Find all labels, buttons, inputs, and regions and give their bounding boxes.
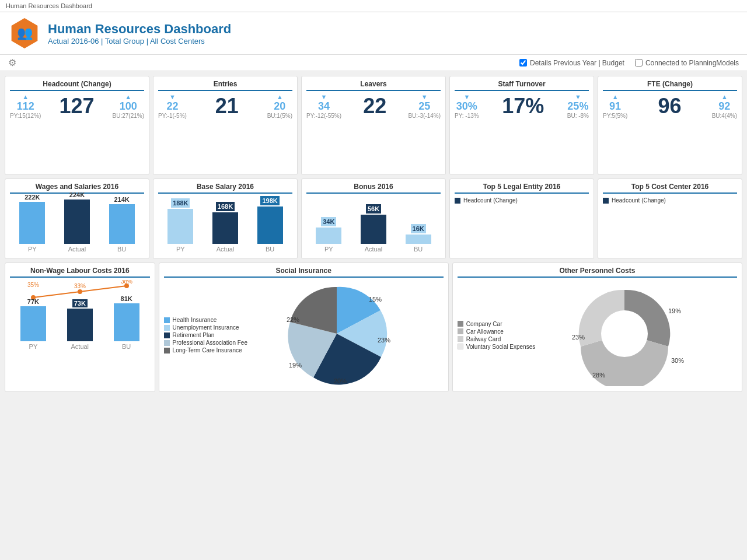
- non-wage-pct-py: 35%: [27, 282, 39, 288]
- fte-py-label: PY:5(5%): [603, 113, 627, 119]
- donut-railway-pct: 28%: [592, 372, 605, 379]
- bonus-py-label: PY: [324, 246, 333, 253]
- legend-professional-box: [164, 340, 170, 346]
- non-wage-point-actual: [78, 289, 82, 294]
- fte-bu-value: 92: [712, 100, 737, 113]
- wages-bu-val: 214K: [114, 196, 129, 203]
- non-wage-chart: 35% 33% 38% 77K PY 73K Actual: [10, 280, 150, 350]
- bonus-actual-label: Actual: [365, 246, 383, 253]
- turnover-py-value: 30%: [455, 100, 479, 113]
- bonus-bu-bar: [406, 235, 431, 244]
- nw-bu-val: 81K: [121, 295, 132, 302]
- fte-metric-row: ▲ 91 PY:5(5%) 96 ▲ 92 BU:4(4%): [603, 93, 737, 119]
- wages-actual-label: Actual: [68, 246, 86, 253]
- social-pie-svg: 15% 23% 20% 19% 22%: [278, 281, 395, 386]
- legend-company-car: Company Car: [458, 321, 551, 327]
- fte-bu-side: ▲ 92 BU:4(4%): [712, 93, 737, 119]
- base-py-col: 188K PY: [167, 198, 193, 253]
- legend-longterm-box: [164, 348, 170, 354]
- connected-label: Connected to PlanningModels: [645, 59, 739, 67]
- wages-py-col: 222K PY: [19, 194, 45, 253]
- donut-carallow-pct: 30%: [671, 357, 684, 364]
- base-actual-val: 168K: [216, 202, 235, 211]
- headcount-py-value: 112: [10, 100, 41, 113]
- legend-unemployment: Unemployment Insurance: [164, 324, 269, 331]
- details-checkbox[interactable]: [519, 59, 527, 66]
- nw-py-bar: [20, 306, 46, 341]
- leavers-bars: [306, 129, 441, 170]
- metric-row: Headcount (Change) ▲ 112 PY:15(12%) 127 …: [5, 76, 742, 175]
- entries-bars: [158, 129, 292, 170]
- base-actual-bar: [212, 212, 238, 244]
- leavers-chart: [306, 121, 441, 171]
- headcount-bu-arrow: ▲: [113, 93, 144, 100]
- legend-car-allowance: Car Allowance: [458, 328, 551, 335]
- wages-actual-val: 224K: [69, 191, 85, 198]
- headcount-py-side: ▲ 112 PY:15(12%): [10, 93, 41, 119]
- top5-legal-legend: Headcount (Change): [455, 197, 589, 204]
- connected-checkbox-label[interactable]: Connected to PlanningModels: [635, 59, 739, 67]
- bonus-title: Bonus 2016: [306, 183, 441, 194]
- fte-chart: [603, 121, 737, 171]
- staff-turnover-card: Staff Turnover ▼ 30% PY: -13% 17% ▼ 25% …: [449, 76, 594, 175]
- nw-bu-col: 81K BU: [114, 295, 139, 350]
- social-insurance-card: Social Insurance Health Insurance Unempl…: [159, 262, 449, 392]
- entries-py-side: ▼ 22 PY:-1(-5%): [158, 93, 187, 119]
- turnover-metric-row: ▼ 30% PY: -13% 17% ▼ 25% BU: -8%: [455, 93, 589, 119]
- top5-legal-card: Top 5 Legal Entity 2016 Headcount (Chang…: [449, 178, 594, 259]
- leavers-main: 22: [363, 94, 386, 118]
- wages-bu-bar: [109, 204, 135, 244]
- nw-actual-label: Actual: [71, 343, 89, 350]
- top5-legal-title: Top 5 Legal Entity 2016: [455, 183, 589, 194]
- legend-health-box: [164, 317, 170, 323]
- entries-card: Entries ▼ 22 PY:-1(-5%) 21 ▲ 20 BU:1(5%): [153, 76, 298, 175]
- logo-icon: 👥: [17, 26, 33, 41]
- non-wage-pct-bu: 38%: [121, 280, 132, 285]
- base-bu-bar: [257, 206, 283, 244]
- social-insurance-pie: 15% 23% 20% 19% 22%: [278, 281, 395, 388]
- nw-actual-bar: [67, 309, 93, 341]
- donut-hole: [601, 310, 648, 357]
- connected-checkbox[interactable]: [635, 59, 643, 66]
- top5-cost-legend-label: Headcount (Change): [612, 197, 666, 204]
- nw-bu-bar: [114, 303, 139, 341]
- logo-hexagon: 👥: [9, 18, 40, 48]
- legend-car-allowance-box: [458, 328, 463, 334]
- headcount-py-label: PY:15(12%): [10, 113, 41, 119]
- legend-railway-box: [458, 336, 463, 342]
- turnover-py-label: PY: -13%: [455, 113, 479, 119]
- toolbar: ⚙ Details Previous Year | Budget Connect…: [0, 55, 747, 71]
- top5-legal-legend-box: [455, 198, 460, 204]
- base-py-bar: [167, 209, 193, 244]
- turnover-main: 17%: [502, 94, 544, 118]
- leavers-py-side: ▼ 34 PY:-12(-55%): [306, 93, 341, 119]
- gear-icon[interactable]: ⚙: [8, 57, 16, 68]
- header-text: Human Resources Dashboard Actual 2016-06…: [48, 22, 231, 46]
- entries-bu-label: BU:1(5%): [267, 113, 292, 119]
- donut-voluntary-pct: 23%: [572, 334, 585, 341]
- financial-row: Wages and Salaries 2016 222K PY 224K Act…: [5, 178, 742, 259]
- legend-health-label: Health Insurance: [173, 317, 217, 323]
- bonus-bu-col: 16K BU: [406, 224, 431, 253]
- entries-title: Entries: [158, 80, 292, 91]
- turnover-py-arrow: ▼: [455, 93, 479, 100]
- headcount-metric-row: ▲ 112 PY:15(12%) 127 ▲ 100 BU:27(21%): [10, 93, 144, 119]
- base-salary-card: Base Salary 2016 188K PY 168K Actual 198…: [153, 178, 298, 259]
- headcount-chart: [10, 121, 144, 171]
- wages-bu-col: 214K BU: [109, 196, 135, 253]
- bonus-chart: 34K PY 56K Actual 16K BU: [306, 197, 441, 253]
- leavers-py-label: PY:-12(-55%): [306, 113, 341, 119]
- turnover-chart: [455, 121, 589, 171]
- legend-railway: Railway Card: [458, 336, 551, 342]
- details-checkbox-label[interactable]: Details Previous Year | Budget: [519, 59, 624, 67]
- pie-unemployment-pct: 23%: [378, 337, 390, 344]
- social-insurance-title: Social Insurance: [164, 267, 444, 278]
- turnover-bu-side: ▼ 25% BU: -8%: [567, 93, 589, 119]
- fte-card: FTE (Change) ▲ 91 PY:5(5%) 96 ▲ 92 BU:4(…: [598, 76, 742, 175]
- legend-professional: Professional Association Fee: [164, 340, 269, 346]
- nw-actual-val: 73K: [72, 299, 88, 307]
- nw-bu-label: BU: [122, 343, 131, 350]
- legend-health: Health Insurance: [164, 317, 269, 323]
- title-bar: Human Resources Dashboard: [0, 0, 747, 12]
- base-actual-label: Actual: [217, 246, 235, 253]
